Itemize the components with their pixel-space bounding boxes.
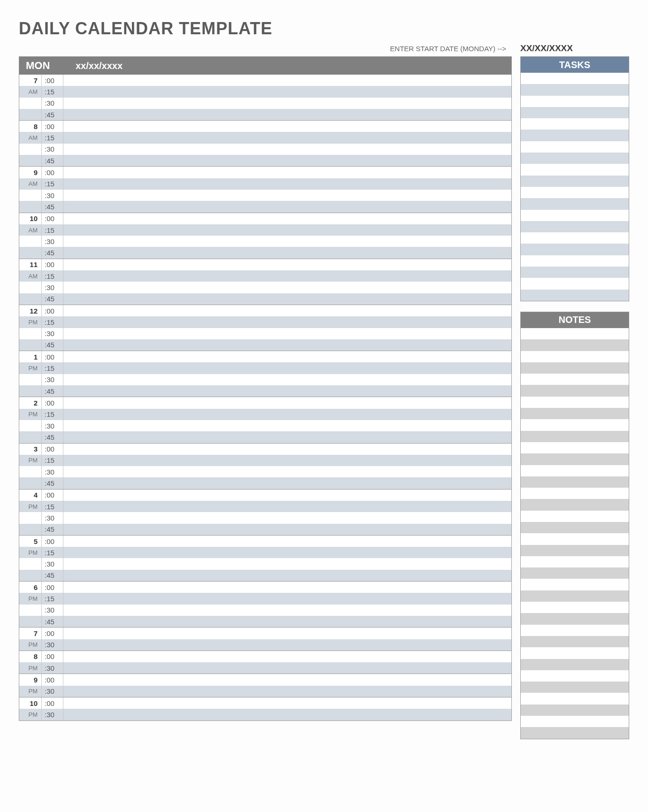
task-row[interactable] xyxy=(521,187,629,198)
slot-content[interactable] xyxy=(63,501,511,512)
slot-content[interactable] xyxy=(63,639,511,651)
time-slot[interactable]: :30 xyxy=(19,558,511,569)
slot-content[interactable] xyxy=(63,270,511,282)
time-slot[interactable]: :45 xyxy=(19,247,511,258)
task-row[interactable] xyxy=(521,107,629,118)
note-row[interactable] xyxy=(521,431,629,442)
task-row[interactable] xyxy=(521,153,629,164)
note-row[interactable] xyxy=(521,374,629,385)
note-row[interactable] xyxy=(521,590,629,602)
time-slot[interactable]: :45 xyxy=(19,155,511,166)
time-slot[interactable]: 3:00 xyxy=(19,444,511,455)
slot-content[interactable] xyxy=(63,697,511,709)
time-slot[interactable]: PM:30 xyxy=(19,639,511,651)
slot-content[interactable] xyxy=(63,547,511,558)
note-row[interactable] xyxy=(521,385,629,396)
note-row[interactable] xyxy=(521,727,629,738)
task-row[interactable] xyxy=(521,118,629,130)
slot-content[interactable] xyxy=(63,662,511,674)
slot-content[interactable] xyxy=(63,167,511,178)
slot-content[interactable] xyxy=(63,305,511,316)
slot-content[interactable] xyxy=(63,385,511,397)
time-slot[interactable]: 1:00 xyxy=(19,351,511,362)
time-slot[interactable]: AM:15 xyxy=(19,270,511,282)
slot-content[interactable] xyxy=(63,409,511,420)
time-slot[interactable]: AM:15 xyxy=(19,132,511,143)
time-slot[interactable]: :30 xyxy=(19,98,511,109)
slot-content[interactable] xyxy=(63,328,511,339)
slot-content[interactable] xyxy=(63,558,511,569)
time-slot[interactable]: :30 xyxy=(19,236,511,247)
time-slot[interactable]: :45 xyxy=(19,201,511,212)
task-row[interactable] xyxy=(521,290,629,301)
start-date-value[interactable]: XX/XX/XXXX xyxy=(520,43,629,54)
time-slot[interactable]: PM:15 xyxy=(19,593,511,604)
task-row[interactable] xyxy=(521,232,629,244)
note-row[interactable] xyxy=(521,499,629,510)
slot-content[interactable] xyxy=(63,351,511,362)
time-slot[interactable]: :30 xyxy=(19,605,511,616)
calendar-date[interactable]: xx/xx/xxxx xyxy=(76,61,123,71)
note-row[interactable] xyxy=(521,328,629,339)
time-slot[interactable]: :30 xyxy=(19,328,511,339)
slot-content[interactable] xyxy=(63,616,511,627)
time-slot[interactable]: :30 xyxy=(19,466,511,477)
slot-content[interactable] xyxy=(63,709,511,720)
time-slot[interactable]: 9:00 xyxy=(19,167,511,178)
note-row[interactable] xyxy=(521,351,629,362)
note-row[interactable] xyxy=(521,556,629,567)
slot-content[interactable] xyxy=(63,282,511,293)
slot-content[interactable] xyxy=(63,512,511,523)
slot-content[interactable] xyxy=(63,201,511,212)
slot-content[interactable] xyxy=(63,224,511,236)
slot-content[interactable] xyxy=(63,236,511,247)
task-row[interactable] xyxy=(521,96,629,107)
slot-content[interactable] xyxy=(63,686,511,697)
task-row[interactable] xyxy=(521,164,629,175)
slot-content[interactable] xyxy=(63,605,511,616)
time-slot[interactable]: :45 xyxy=(19,431,511,443)
time-slot[interactable]: PM:30 xyxy=(19,662,511,674)
note-row[interactable] xyxy=(521,339,629,351)
time-slot[interactable]: 10:00 xyxy=(19,213,511,224)
slot-content[interactable] xyxy=(63,455,511,466)
time-slot[interactable]: PM:15 xyxy=(19,455,511,466)
note-row[interactable] xyxy=(521,647,629,659)
time-slot[interactable]: 7:00 xyxy=(19,628,511,639)
slot-content[interactable] xyxy=(63,190,511,201)
slot-content[interactable] xyxy=(63,674,511,685)
time-slot[interactable]: 8:00 xyxy=(19,121,511,132)
time-slot[interactable]: PM:30 xyxy=(19,686,511,697)
slot-content[interactable] xyxy=(63,155,511,166)
note-row[interactable] xyxy=(521,670,629,682)
time-slot[interactable]: :45 xyxy=(19,385,511,397)
slot-content[interactable] xyxy=(63,536,511,547)
note-row[interactable] xyxy=(521,442,629,453)
time-slot[interactable]: 5:00 xyxy=(19,536,511,547)
time-slot[interactable]: :45 xyxy=(19,477,511,489)
slot-content[interactable] xyxy=(63,628,511,639)
time-slot[interactable]: :30 xyxy=(19,512,511,523)
slot-content[interactable] xyxy=(63,362,511,374)
task-row[interactable] xyxy=(521,278,629,289)
time-slot[interactable]: 7:00 xyxy=(19,75,511,86)
note-row[interactable] xyxy=(521,705,629,716)
slot-content[interactable] xyxy=(63,339,511,351)
note-row[interactable] xyxy=(521,533,629,544)
slot-content[interactable] xyxy=(63,374,511,385)
note-row[interactable] xyxy=(521,682,629,693)
slot-content[interactable] xyxy=(63,75,511,86)
time-slot[interactable]: :30 xyxy=(19,420,511,431)
note-row[interactable] xyxy=(521,602,629,613)
slot-content[interactable] xyxy=(63,397,511,408)
note-row[interactable] xyxy=(521,613,629,624)
time-slot[interactable]: :30 xyxy=(19,190,511,201)
slot-content[interactable] xyxy=(63,316,511,328)
time-slot[interactable]: PM:15 xyxy=(19,362,511,374)
slot-content[interactable] xyxy=(63,582,511,593)
slot-content[interactable] xyxy=(63,293,511,305)
note-row[interactable] xyxy=(521,567,629,579)
task-row[interactable] xyxy=(521,244,629,255)
note-row[interactable] xyxy=(521,636,629,647)
slot-content[interactable] xyxy=(63,247,511,258)
